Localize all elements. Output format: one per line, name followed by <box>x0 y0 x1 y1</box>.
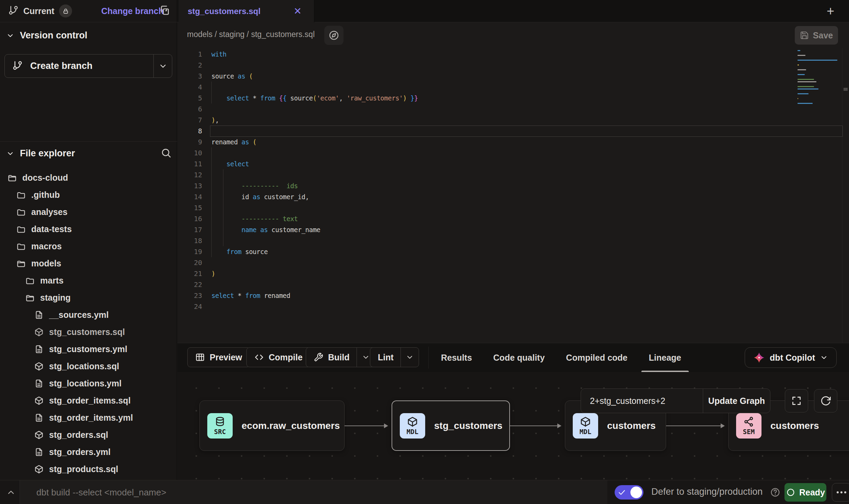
code-line-15[interactable]: 15 <box>177 202 849 213</box>
code-line-18[interactable]: 18 <box>177 235 849 246</box>
code-line-2[interactable]: 2 <box>177 60 849 71</box>
code-line-17[interactable]: 17 name as customer_name <box>177 224 849 235</box>
folder-icon <box>8 173 17 182</box>
tree-item-analyses[interactable]: analyses <box>0 203 177 220</box>
panel-tab-compiled-code[interactable]: Compiled code <box>566 343 627 372</box>
code-line-16[interactable]: 16 ---------- text <box>177 213 849 224</box>
tree-item-marts[interactable]: marts <box>0 272 177 289</box>
defer-toggle[interactable] <box>615 485 643 500</box>
line-number: 21 <box>177 269 210 278</box>
code-line-3[interactable]: 3source as ( <box>177 71 849 82</box>
ready-label: Ready <box>799 488 825 497</box>
tree-item-docs-cloud[interactable]: docs-cloud <box>0 169 177 186</box>
code-line-22[interactable]: 22 <box>177 279 849 290</box>
more-options-button[interactable] <box>832 483 849 502</box>
code-line-14[interactable]: 14 id as customer_id, <box>177 191 849 202</box>
change-branch-link[interactable]: Change branch <box>101 6 164 16</box>
code-line-1[interactable]: 1with <box>177 49 849 60</box>
code-line-11[interactable]: 11 select <box>177 158 849 169</box>
dbt-copilot-button[interactable]: dbt Copilot <box>745 347 837 368</box>
minimap-line <box>798 74 805 75</box>
lineage-controls: 2+stg_customers+2 Update Graph <box>581 388 770 413</box>
line-number: 22 <box>177 280 210 289</box>
model-icon <box>34 465 44 474</box>
build-button[interactable]: Build <box>306 347 375 367</box>
create-branch-button[interactable]: Create branch <box>4 54 172 78</box>
tab-close-icon[interactable]: ✕ <box>294 7 302 16</box>
code-line-20[interactable]: 20 <box>177 257 849 268</box>
code-lines: 1with23source as (45 select * from {{ so… <box>177 49 849 312</box>
copy-branch-icon[interactable] <box>159 5 170 17</box>
tree-item-models[interactable]: models <box>0 255 177 272</box>
tree-item-stg-orders-yml[interactable]: stg_orders.yml <box>0 443 177 460</box>
compass-icon[interactable] <box>324 26 344 45</box>
tree-item-label: stg_orders.sql <box>49 430 108 440</box>
file-search-icon[interactable] <box>161 147 172 160</box>
code-line-24[interactable]: 24 <box>177 301 849 312</box>
minimap[interactable] <box>798 50 840 108</box>
cube-badge-icon: MDL <box>400 413 425 439</box>
tree-item--sources-yml[interactable]: __sources.yml <box>0 306 177 323</box>
fullscreen-button[interactable] <box>785 389 808 412</box>
code-line-10[interactable]: 10 <box>177 147 849 158</box>
line-number: 15 <box>177 204 210 212</box>
save-button[interactable]: Save <box>795 26 838 45</box>
new-tab-button[interactable]: + <box>822 3 839 19</box>
line-number: 7 <box>177 116 210 124</box>
code-editor[interactable]: 1with23source as (45 select * from {{ so… <box>177 48 849 343</box>
code-line-7[interactable]: 7), <box>177 115 849 125</box>
code-text: ), <box>211 116 219 124</box>
line-number: 8 <box>177 127 210 135</box>
code-line-4[interactable]: 4 <box>177 82 849 93</box>
lineage-node-ecom-raw-customers-src[interactable]: SRCecom.raw_customers <box>199 400 345 451</box>
code-line-8[interactable]: 8 <box>177 125 849 136</box>
minimap-line <box>798 103 813 104</box>
tree-item-data-tests[interactable]: data-tests <box>0 220 177 238</box>
compile-button[interactable]: Compile <box>246 347 311 367</box>
tree-item-staging[interactable]: staging <box>0 289 177 306</box>
branch-lock-badge <box>59 4 72 17</box>
code-line-5[interactable]: 5 select * from {{ source('ecom', 'raw_c… <box>177 93 849 104</box>
tree-item-stg-order-items-yml[interactable]: stg_order_items.yml <box>0 409 177 426</box>
line-number: 24 <box>177 302 210 311</box>
lineage-selector-input[interactable]: 2+stg_customers+2 <box>581 389 703 413</box>
code-line-19[interactable]: 19 from source <box>177 246 849 257</box>
refresh-button[interactable] <box>814 389 837 412</box>
tree-item-stg-locations-sql[interactable]: stg_locations.sql <box>0 358 177 375</box>
panel-tab-lineage[interactable]: Lineage <box>649 343 681 372</box>
help-icon[interactable] <box>770 487 780 499</box>
create-branch-dropdown[interactable] <box>153 55 172 77</box>
tree-item-stg-customers-sql[interactable]: stg_customers.sql <box>0 323 177 340</box>
code-line-13[interactable]: 13 ---------- ids <box>177 180 849 191</box>
build-dropdown[interactable] <box>357 348 370 367</box>
lineage-node-stg-customers-mdl[interactable]: MDLstg_customers <box>392 400 510 451</box>
code-line-23[interactable]: 23select * from renamed <box>177 290 849 301</box>
tree-item-macros[interactable]: macros <box>0 238 177 255</box>
panel-tab-code-quality[interactable]: Code quality <box>493 343 545 372</box>
tree-item-stg-products-sql[interactable]: stg_products.sql <box>0 460 177 478</box>
tree-item--github[interactable]: .github <box>0 186 177 203</box>
expand-command-bar-chevron[interactable] <box>5 486 17 499</box>
update-graph-button[interactable]: Update Graph <box>703 389 770 413</box>
tab-stg-customers-sql[interactable]: stg_customers.sql ✕ <box>178 0 314 23</box>
version-control-section-header[interactable]: Version control <box>6 30 88 41</box>
command-input[interactable]: dbt build --select <model_name> <box>20 480 607 504</box>
lint-button[interactable]: Lint <box>370 347 419 367</box>
lint-dropdown[interactable] <box>400 348 414 367</box>
tree-item-stg-customers-yml[interactable]: stg_customers.yml <box>0 340 177 358</box>
preview-button[interactable]: Preview <box>187 347 250 367</box>
tree-item-stg-orders-sql[interactable]: stg_orders.sql <box>0 426 177 443</box>
tree-item-stg-order-items-sql[interactable]: stg_order_items.sql <box>0 392 177 409</box>
line-number: 5 <box>177 94 210 102</box>
file-explorer-section-header[interactable]: File explorer <box>6 148 75 159</box>
panel-tab-results[interactable]: Results <box>441 343 472 372</box>
tree-item-stg-locations-yml[interactable]: stg_locations.yml <box>0 375 177 392</box>
line-number: 10 <box>177 149 210 157</box>
minimap-line <box>798 64 799 65</box>
ide-status-badge[interactable]: Ready <box>784 483 826 502</box>
code-line-6[interactable]: 6 <box>177 104 849 115</box>
scrollbar-thumb[interactable] <box>844 88 848 91</box>
code-line-12[interactable]: 12 <box>177 169 849 180</box>
code-line-21[interactable]: 21) <box>177 268 849 279</box>
code-line-9[interactable]: 9renamed as ( <box>177 136 849 147</box>
